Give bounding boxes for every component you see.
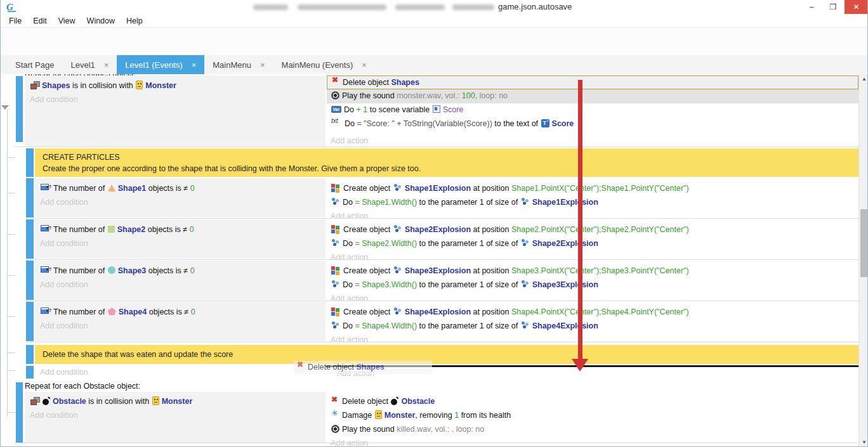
tab-close-icon[interactable]: × xyxy=(362,60,367,70)
action-row[interactable]: Do = "Score: " + ToString(Variable(Score… xyxy=(327,117,858,131)
tree-tick xyxy=(7,193,15,193)
delete-icon xyxy=(331,397,339,405)
action-row[interactable]: Delete object Obstacle xyxy=(331,394,435,408)
scroll-down-icon[interactable]: ▼ xyxy=(859,439,868,445)
var-icon xyxy=(331,106,341,113)
redacted-title-segment xyxy=(395,4,445,10)
sound-icon xyxy=(331,91,339,100)
collision-icon xyxy=(30,81,39,89)
add-condition-link[interactable]: Add condition xyxy=(40,278,88,292)
tab-mainmenu-events[interactable]: MainMenu (Events)× xyxy=(273,55,375,74)
redacted-title-segment xyxy=(298,4,386,10)
particles-icon xyxy=(393,308,402,315)
condition-row[interactable]: Shapes is in collision with Monster xyxy=(30,79,176,93)
action-row[interactable]: Create object Shape2Explosion at positio… xyxy=(331,223,689,236)
event-selection-bar[interactable] xyxy=(26,345,34,364)
action-row[interactable]: Play the sound monster.wav, vol.: 100, l… xyxy=(327,89,858,103)
condition-row[interactable]: The number of Shape3 objects is ≠ 0 xyxy=(40,264,195,278)
monster-icon xyxy=(136,81,143,89)
tab-close-icon[interactable]: × xyxy=(260,60,265,70)
particles-icon xyxy=(331,239,340,247)
add-action-link[interactable]: Add action xyxy=(331,292,368,306)
create-icon xyxy=(331,307,341,316)
event-selection-bar[interactable] xyxy=(16,382,23,443)
condition-row[interactable]: The number of Shape1 objects is ≠ 0 xyxy=(40,181,195,195)
particles-icon xyxy=(331,321,340,329)
event-selection-bar[interactable] xyxy=(26,302,34,341)
menu-help[interactable]: Help xyxy=(121,16,148,25)
drag-arrow-head-icon xyxy=(572,359,588,372)
add-action-link[interactable]: Add action xyxy=(331,134,368,148)
action-row[interactable]: Damage Monster, removing 1 from its heal… xyxy=(331,408,511,422)
event-selection-bar[interactable] xyxy=(26,148,34,177)
comment-body: Delete the shape that was eaten and upda… xyxy=(43,349,233,360)
tree-tick xyxy=(7,412,15,413)
event-selection-bar[interactable] xyxy=(26,178,34,217)
gdevelop-logo-icon: G xyxy=(6,1,17,15)
add-condition-link[interactable]: Add condition xyxy=(40,236,88,250)
event-selection-bar[interactable] xyxy=(16,76,23,142)
event-separator xyxy=(26,342,858,342)
add-condition-link[interactable]: Add condition xyxy=(40,319,88,333)
action-row[interactable]: Do = Shape1.Width() to the parameter 1 o… xyxy=(331,195,598,209)
minimize-button[interactable]: – xyxy=(801,0,822,14)
maximize-button[interactable]: ❐ xyxy=(823,0,843,14)
menu-file[interactable]: File xyxy=(3,16,27,25)
event-selection-bar[interactable] xyxy=(26,366,34,379)
tab-start-page[interactable]: Start Page xyxy=(7,55,62,74)
tree-tick xyxy=(7,370,15,371)
event-selection-bar[interactable] xyxy=(26,261,34,300)
condition-row[interactable]: The number of Shape2 objects is ≠ 0 xyxy=(40,223,194,236)
particles-icon xyxy=(393,184,402,191)
action-row[interactable]: Do = Shape3.Width() to the parameter 1 o… xyxy=(331,278,598,292)
add-action-link[interactable]: Add action xyxy=(331,436,368,447)
event-separator xyxy=(26,218,858,219)
action-row[interactable]: Create object Shape3Explosion at positio… xyxy=(331,264,689,278)
tab-level1-events[interactable]: Level1 (Events)× xyxy=(117,55,204,74)
condition-row[interactable]: The number of Shape4 objects is ≠ 0 xyxy=(40,305,195,319)
numof-icon xyxy=(41,308,51,316)
delete-icon xyxy=(297,363,305,371)
action-row[interactable]: Create object Shape4Explosion at positio… xyxy=(331,305,689,319)
vertical-scrollbar[interactable]: ▲ ▼ xyxy=(858,74,868,447)
txt-icon xyxy=(331,119,342,127)
action-row[interactable]: Do = Shape4.Width() to the parameter 1 o… xyxy=(331,319,598,333)
add-condition-link[interactable]: Add condition xyxy=(40,195,88,209)
menu-edit[interactable]: Edit xyxy=(27,16,53,25)
action-row[interactable]: Create object Shape1Explosion at positio… xyxy=(331,181,689,195)
tree-collapse-icon[interactable] xyxy=(1,105,9,110)
scrollbar-thumb[interactable] xyxy=(860,209,868,277)
tab-close-icon[interactable]: × xyxy=(104,60,109,70)
close-button[interactable]: ✕ xyxy=(845,0,868,14)
bomb-icon xyxy=(391,397,398,405)
tab-mainmenu[interactable]: MainMenu× xyxy=(204,55,273,74)
add-action-link[interactable]: Add action xyxy=(331,209,368,223)
toolbar xyxy=(1,28,867,55)
scroll-up-icon[interactable]: ▲ xyxy=(859,76,868,82)
event-selection-bar[interactable] xyxy=(26,219,34,259)
menu-window[interactable]: Window xyxy=(81,16,121,25)
add-condition-link[interactable]: Add condition xyxy=(40,365,88,379)
action-row[interactable]: Do + 1 to scene variable Score xyxy=(327,103,858,117)
event-separator xyxy=(26,301,858,301)
tree-tick xyxy=(7,316,15,317)
particles-icon xyxy=(331,280,340,288)
event-separator xyxy=(15,443,858,443)
tab-close-icon[interactable]: × xyxy=(192,60,197,70)
action-row[interactable]: Do = Shape2.Width() to the parameter 1 o… xyxy=(331,236,598,250)
menu-view[interactable]: View xyxy=(53,16,81,25)
event-header[interactable]: Repeat for each Obstacle object: xyxy=(25,380,140,392)
create-icon xyxy=(331,266,341,275)
add-condition-link[interactable]: Add condition xyxy=(30,408,78,422)
menu-bar: File Edit View Window Help xyxy=(1,14,867,28)
condition-row[interactable]: Obstacle is in collision with Monster xyxy=(30,394,192,408)
bomb-icon xyxy=(43,397,50,405)
action-row-selected[interactable]: Delete object Shapes xyxy=(327,75,858,89)
monster-icon xyxy=(152,396,159,405)
add-condition-link[interactable]: Add condition xyxy=(30,93,78,107)
action-row[interactable]: Play the sound killed.wav, vol.: , loop:… xyxy=(331,422,484,436)
redacted-title-segment xyxy=(452,4,494,10)
add-action-link[interactable]: Add action xyxy=(331,250,368,264)
numof-icon xyxy=(41,266,51,275)
tab-level1[interactable]: Level1× xyxy=(62,55,117,74)
